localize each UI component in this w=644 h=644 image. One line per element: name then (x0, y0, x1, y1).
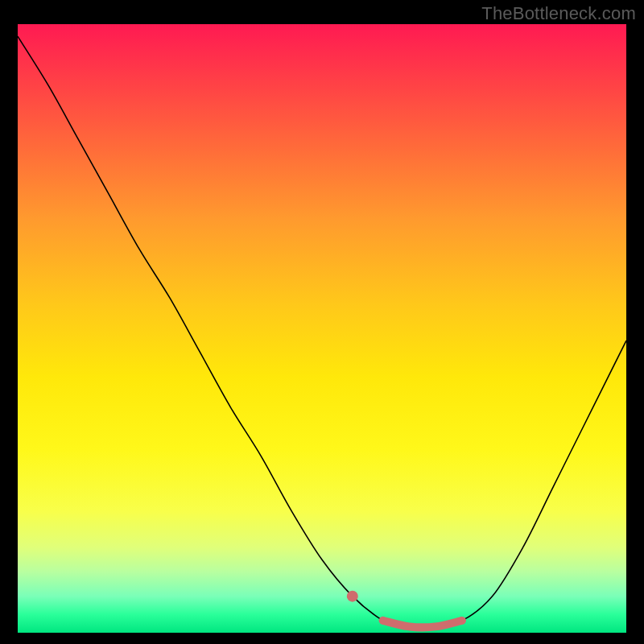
highlight-segment (383, 621, 462, 627)
curve-svg (18, 24, 626, 633)
bottleneck-curve (18, 36, 626, 627)
plot-area (18, 24, 626, 633)
watermark: TheBottleneck.com (481, 3, 636, 24)
highlight-dot (347, 591, 358, 602)
chart-container: TheBottleneck.com (0, 0, 644, 644)
